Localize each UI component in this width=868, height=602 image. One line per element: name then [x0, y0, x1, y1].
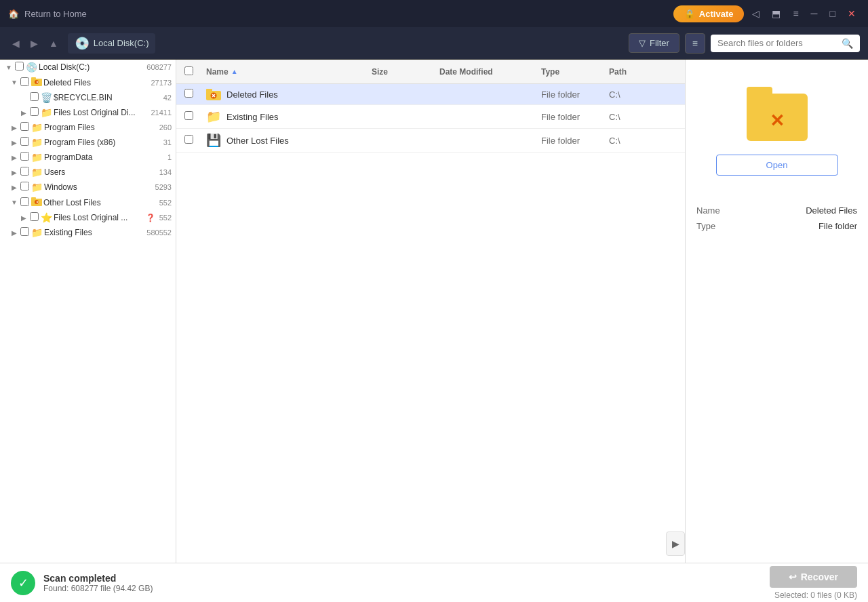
win-count: 5293 [155, 183, 172, 191]
expand-panel-button[interactable]: ▶ [666, 531, 685, 556]
yellow-folder-icon: 📁 [31, 182, 43, 193]
svg-text:✕: ✕ [36, 200, 39, 204]
row-check[interactable] [176, 89, 201, 100]
bookmark-button[interactable]: ⬒ [768, 5, 785, 22]
filter-button[interactable]: ▽ Filter [629, 33, 679, 53]
activate-button[interactable]: 🔒 Activate [673, 5, 745, 22]
deleted-folder-icon: ✕ [31, 197, 42, 208]
sidebar-item-root[interactable]: ▼ 💿 Local Disk(C:) 608277 [0, 60, 176, 75]
sidebar-item-other-lost[interactable]: ▼ ✕ Other Lost Files 552 [0, 195, 176, 210]
root-check[interactable] [15, 62, 24, 73]
close-button[interactable]: ✕ [844, 5, 860, 22]
ef-check[interactable] [20, 227, 30, 238]
recover-icon: ↩ [789, 571, 797, 582]
sidebar-item-files-lost[interactable]: ▶ 📁 Files Lost Original Di... 21411 [0, 105, 176, 120]
yellow-folder-icon: 📁 [31, 137, 43, 148]
row-check[interactable] [176, 111, 201, 122]
ef-label: Existing Files [44, 228, 142, 237]
location-label: Local Disk(C:) [94, 38, 149, 48]
expand-icon: ▶ [19, 109, 28, 117]
pf-label: Program Files [44, 123, 155, 132]
recycle-check[interactable] [30, 92, 39, 103]
recover-button[interactable]: ↩ Recover [770, 566, 857, 588]
fls-label: Files Lost Original ... [54, 213, 144, 222]
open-button[interactable]: Open [716, 155, 838, 176]
row-name: 💾 Other Lost Files [201, 133, 366, 148]
search-input[interactable] [717, 38, 837, 48]
pd-check[interactable] [20, 152, 30, 163]
svg-rect-9 [206, 89, 212, 92]
right-panel: ✕ Open Name Deleted Files Type File fold… [685, 60, 868, 563]
help-icon[interactable]: ❓ [146, 214, 155, 222]
root-label: Local Disk(C:) [39, 62, 142, 72]
properties-section: Name Deleted Files Type File folder [696, 203, 857, 234]
minimize-button[interactable]: ─ [807, 5, 822, 22]
share-button[interactable]: ◁ [748, 5, 764, 22]
deleted-folder-row-icon [206, 88, 221, 100]
win-check[interactable] [20, 182, 30, 193]
svg-text:✕: ✕ [36, 80, 39, 84]
view-button[interactable]: ≡ [685, 33, 705, 54]
table-row[interactable]: 💾 Other Lost Files File folder C:\ [176, 129, 685, 153]
files-lost-check[interactable] [30, 107, 39, 118]
sidebar-item-program-files-x86[interactable]: ▶ 📁 Program Files (x86) 31 [0, 135, 176, 150]
sidebar-item-windows[interactable]: ▶ 📁 Windows 5293 [0, 180, 176, 195]
sidebar-item-users[interactable]: ▶ 📁 Users 134 [0, 165, 176, 180]
yellow-folder-icon: 📁 [31, 227, 43, 238]
svg-rect-1 [31, 77, 36, 79]
table-header: Name ▲ Size Date Modified Type Path [176, 60, 685, 84]
yellow-folder-icon: 📁 [41, 107, 52, 118]
users-check[interactable] [20, 167, 30, 178]
table-row[interactable]: 📁 Existing Files File folder C:\ [176, 105, 685, 129]
win-label: Windows [44, 182, 151, 192]
other-lost-label: Other Lost Files [43, 198, 155, 207]
root-count: 608277 [146, 63, 172, 71]
prop-type-value: File folder [818, 221, 857, 231]
row-check[interactable] [176, 135, 201, 146]
up-button[interactable]: ▲ [45, 35, 62, 52]
other-check[interactable] [20, 197, 30, 208]
folder-body: ✕ [747, 94, 808, 141]
yellow-folder-row-icon: 📁 [206, 109, 221, 124]
svg-rect-5 [31, 197, 36, 199]
pfx86-check[interactable] [20, 137, 30, 148]
search-bar: 🔍 [711, 35, 860, 52]
table-row[interactable]: Deleted Files File folder C:\ [176, 84, 685, 105]
nav-buttons: ◀ ▶ ▲ [8, 35, 62, 52]
sidebar-item-recycle[interactable]: 🗑️ $RECYCLE.BIN 42 [0, 90, 176, 105]
prop-name-row: Name Deleted Files [696, 203, 857, 218]
sidebar-item-programdata[interactable]: ▶ 📁 ProgramData 1 [0, 150, 176, 165]
maximize-button[interactable]: □ [826, 5, 840, 22]
sidebar-item-program-files[interactable]: ▶ 📁 Program Files 260 [0, 120, 176, 135]
col-type[interactable]: Type [536, 67, 604, 77]
sidebar-item-files-lost-star[interactable]: ▶ ⭐ Files Lost Original ... ❓ 552 [0, 210, 176, 225]
col-path[interactable]: Path [604, 67, 685, 77]
deleted-files-count: 27173 [151, 79, 172, 87]
pfx86-label: Program Files (x86) [44, 138, 159, 147]
row-path: C:\ [604, 136, 685, 146]
pf-check[interactable] [20, 122, 30, 133]
sidebar-item-existing[interactable]: ▶ 📁 Existing Files 580552 [0, 225, 176, 240]
col-size[interactable]: Size [366, 67, 434, 77]
forward-button[interactable]: ▶ [26, 35, 42, 52]
select-all-check[interactable] [176, 66, 201, 77]
titlebar-right: 🔒 Activate ◁ ⬒ ≡ ─ □ ✕ [673, 5, 860, 22]
status-text: Scan completed Found: 608277 file (94.42… [43, 573, 762, 593]
row-type: File folder [536, 112, 604, 122]
main-area: ▼ 💿 Local Disk(C:) 608277 ▼ ✕ Deleted Fi… [0, 60, 868, 563]
row-type: File folder [536, 136, 604, 146]
fls-check[interactable] [30, 212, 39, 223]
home-label[interactable]: Return to Home [24, 9, 87, 19]
menu-button[interactable]: ≡ [789, 5, 802, 22]
lock-icon: 🔒 [684, 9, 695, 19]
home-icon: 🏠 [8, 9, 19, 19]
col-date[interactable]: Date Modified [434, 67, 536, 77]
row-name: 📁 Existing Files [201, 109, 366, 124]
sidebar-item-deleted-files[interactable]: ▼ ✕ Deleted Files 27173 [0, 75, 176, 90]
yellow-folder-icon: 📁 [31, 122, 43, 133]
deleted-check[interactable] [20, 77, 30, 88]
expand-icon: ▼ [4, 64, 14, 71]
back-button[interactable]: ◀ [8, 35, 24, 52]
col-name[interactable]: Name ▲ [201, 67, 366, 77]
yellow-folder-icon: 📁 [31, 152, 43, 163]
